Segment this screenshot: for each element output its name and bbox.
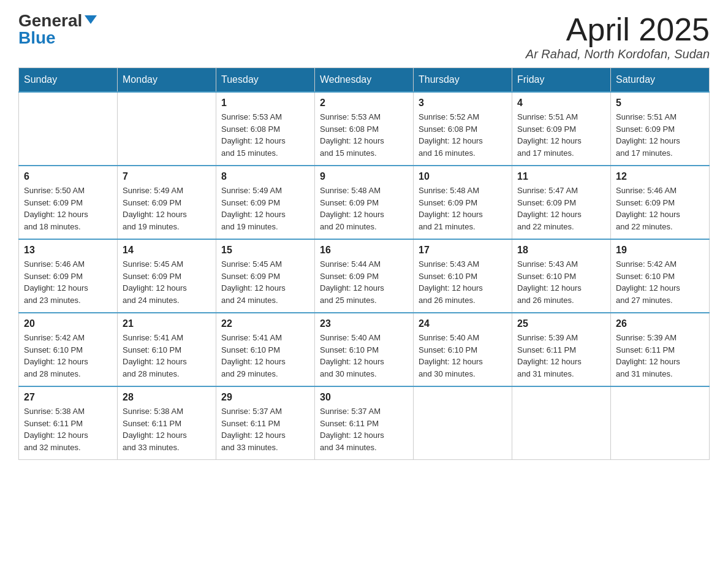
calendar-cell: 18Sunrise: 5:43 AM Sunset: 6:10 PM Dayli…: [512, 239, 611, 313]
day-number: 12: [616, 171, 704, 182]
calendar-cell: 9Sunrise: 5:48 AM Sunset: 6:09 PM Daylig…: [315, 166, 414, 239]
calendar-cell: 17Sunrise: 5:43 AM Sunset: 6:10 PM Dayli…: [414, 239, 512, 313]
calendar-cell: [19, 92, 118, 166]
week-row-0: 1Sunrise: 5:53 AM Sunset: 6:08 PM Daylig…: [19, 92, 710, 166]
page-header: General Blue April 2025 Ar Rahad, North …: [18, 12, 710, 61]
calendar-cell: 28Sunrise: 5:38 AM Sunset: 6:11 PM Dayli…: [118, 386, 216, 460]
calendar-table: SundayMondayTuesdayWednesdayThursdayFrid…: [18, 67, 710, 460]
day-number: 16: [320, 245, 408, 256]
day-number: 2: [320, 98, 408, 109]
day-number: 20: [24, 318, 112, 329]
day-info: Sunrise: 5:41 AM Sunset: 6:10 PM Dayligh…: [123, 332, 211, 380]
day-number: 5: [616, 98, 704, 109]
day-number: 11: [517, 171, 605, 182]
header-thursday: Thursday: [414, 68, 512, 93]
day-info: Sunrise: 5:41 AM Sunset: 6:10 PM Dayligh…: [221, 332, 309, 380]
day-info: Sunrise: 5:39 AM Sunset: 6:11 PM Dayligh…: [616, 332, 704, 380]
calendar-cell: 30Sunrise: 5:37 AM Sunset: 6:11 PM Dayli…: [315, 386, 414, 460]
week-row-2: 13Sunrise: 5:46 AM Sunset: 6:09 PM Dayli…: [19, 239, 710, 313]
header-row: SundayMondayTuesdayWednesdayThursdayFrid…: [19, 68, 710, 93]
day-info: Sunrise: 5:46 AM Sunset: 6:09 PM Dayligh…: [24, 258, 112, 306]
calendar-cell: 27Sunrise: 5:38 AM Sunset: 6:11 PM Dayli…: [19, 386, 118, 460]
day-info: Sunrise: 5:37 AM Sunset: 6:11 PM Dayligh…: [320, 405, 408, 453]
logo-blue: Blue: [18, 28, 56, 47]
day-info: Sunrise: 5:48 AM Sunset: 6:09 PM Dayligh…: [419, 185, 507, 232]
calendar-cell: 16Sunrise: 5:44 AM Sunset: 6:09 PM Dayli…: [315, 239, 414, 313]
day-info: Sunrise: 5:48 AM Sunset: 6:09 PM Dayligh…: [320, 185, 408, 232]
day-number: 18: [517, 245, 605, 256]
calendar-cell: 1Sunrise: 5:53 AM Sunset: 6:08 PM Daylig…: [216, 92, 315, 166]
day-info: Sunrise: 5:52 AM Sunset: 6:08 PM Dayligh…: [419, 111, 507, 159]
calendar-cell: 7Sunrise: 5:49 AM Sunset: 6:09 PM Daylig…: [118, 166, 216, 239]
calendar-cell: 2Sunrise: 5:53 AM Sunset: 6:08 PM Daylig…: [315, 92, 414, 166]
day-number: 3: [419, 98, 507, 109]
day-number: 15: [221, 245, 309, 256]
day-number: 27: [24, 392, 112, 403]
calendar-cell: [611, 386, 710, 460]
calendar-cell: 3Sunrise: 5:52 AM Sunset: 6:08 PM Daylig…: [414, 92, 512, 166]
day-info: Sunrise: 5:39 AM Sunset: 6:11 PM Dayligh…: [517, 332, 605, 380]
calendar-cell: 8Sunrise: 5:49 AM Sunset: 6:09 PM Daylig…: [216, 166, 315, 239]
day-info: Sunrise: 5:37 AM Sunset: 6:11 PM Dayligh…: [221, 405, 309, 453]
calendar-cell: 10Sunrise: 5:48 AM Sunset: 6:09 PM Dayli…: [414, 166, 512, 239]
day-number: 13: [24, 245, 112, 256]
day-number: 22: [221, 318, 309, 329]
day-info: Sunrise: 5:38 AM Sunset: 6:11 PM Dayligh…: [24, 405, 112, 453]
day-number: 7: [123, 171, 211, 182]
calendar-cell: 13Sunrise: 5:46 AM Sunset: 6:09 PM Dayli…: [19, 239, 118, 313]
logo: General Blue: [18, 12, 97, 47]
day-number: 10: [419, 171, 507, 182]
calendar-cell: 26Sunrise: 5:39 AM Sunset: 6:11 PM Dayli…: [611, 313, 710, 386]
day-info: Sunrise: 5:49 AM Sunset: 6:09 PM Dayligh…: [123, 185, 211, 232]
day-info: Sunrise: 5:40 AM Sunset: 6:10 PM Dayligh…: [320, 332, 408, 380]
day-number: 21: [123, 318, 211, 329]
day-info: Sunrise: 5:43 AM Sunset: 6:10 PM Dayligh…: [419, 258, 507, 306]
header-monday: Monday: [118, 68, 216, 93]
day-info: Sunrise: 5:50 AM Sunset: 6:09 PM Dayligh…: [24, 185, 112, 232]
day-number: 26: [616, 318, 704, 329]
day-info: Sunrise: 5:43 AM Sunset: 6:10 PM Dayligh…: [517, 258, 605, 306]
calendar-cell: 24Sunrise: 5:40 AM Sunset: 6:10 PM Dayli…: [414, 313, 512, 386]
calendar-cell: [414, 386, 512, 460]
title-section: April 2025 Ar Rahad, North Kordofan, Sud…: [526, 12, 710, 61]
calendar-cell: 20Sunrise: 5:42 AM Sunset: 6:10 PM Dayli…: [19, 313, 118, 386]
day-number: 1: [221, 98, 309, 109]
day-number: 9: [320, 171, 408, 182]
month-title: April 2025: [526, 12, 710, 47]
day-number: 19: [616, 245, 704, 256]
day-number: 28: [123, 392, 211, 403]
day-info: Sunrise: 5:49 AM Sunset: 6:09 PM Dayligh…: [221, 185, 309, 232]
day-number: 29: [221, 392, 309, 403]
day-info: Sunrise: 5:45 AM Sunset: 6:09 PM Dayligh…: [123, 258, 211, 306]
calendar-cell: 29Sunrise: 5:37 AM Sunset: 6:11 PM Dayli…: [216, 386, 315, 460]
calendar-cell: 22Sunrise: 5:41 AM Sunset: 6:10 PM Dayli…: [216, 313, 315, 386]
week-row-3: 20Sunrise: 5:42 AM Sunset: 6:10 PM Dayli…: [19, 313, 710, 386]
day-number: 30: [320, 392, 408, 403]
calendar-cell: 5Sunrise: 5:51 AM Sunset: 6:09 PM Daylig…: [611, 92, 710, 166]
day-info: Sunrise: 5:42 AM Sunset: 6:10 PM Dayligh…: [616, 258, 704, 306]
calendar-cell: 11Sunrise: 5:47 AM Sunset: 6:09 PM Dayli…: [512, 166, 611, 239]
day-number: 14: [123, 245, 211, 256]
day-info: Sunrise: 5:45 AM Sunset: 6:09 PM Dayligh…: [221, 258, 309, 306]
location-subtitle: Ar Rahad, North Kordofan, Sudan: [526, 47, 710, 61]
day-number: 24: [419, 318, 507, 329]
day-number: 17: [419, 245, 507, 256]
calendar-cell: 19Sunrise: 5:42 AM Sunset: 6:10 PM Dayli…: [611, 239, 710, 313]
day-number: 25: [517, 318, 605, 329]
header-wednesday: Wednesday: [315, 68, 414, 93]
week-row-1: 6Sunrise: 5:50 AM Sunset: 6:09 PM Daylig…: [19, 166, 710, 239]
day-info: Sunrise: 5:42 AM Sunset: 6:10 PM Dayligh…: [24, 332, 112, 380]
calendar-cell: 4Sunrise: 5:51 AM Sunset: 6:09 PM Daylig…: [512, 92, 611, 166]
calendar-cell: 12Sunrise: 5:46 AM Sunset: 6:09 PM Dayli…: [611, 166, 710, 239]
calendar-cell: [512, 386, 611, 460]
header-saturday: Saturday: [611, 68, 710, 93]
logo-general: General: [18, 12, 82, 29]
day-info: Sunrise: 5:40 AM Sunset: 6:10 PM Dayligh…: [419, 332, 507, 380]
day-number: 6: [24, 171, 112, 182]
day-info: Sunrise: 5:53 AM Sunset: 6:08 PM Dayligh…: [320, 111, 408, 159]
day-number: 4: [517, 98, 605, 109]
day-info: Sunrise: 5:47 AM Sunset: 6:09 PM Dayligh…: [517, 185, 605, 232]
calendar-cell: 23Sunrise: 5:40 AM Sunset: 6:10 PM Dayli…: [315, 313, 414, 386]
day-number: 23: [320, 318, 408, 329]
day-info: Sunrise: 5:53 AM Sunset: 6:08 PM Dayligh…: [221, 111, 309, 159]
